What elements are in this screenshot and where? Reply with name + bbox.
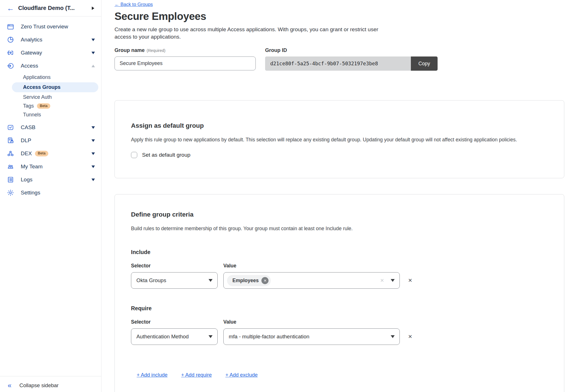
require-value-dropdown[interactable]: mfa - multiple-factor authentication [223, 328, 400, 345]
sidebar-item-label: Logs [21, 177, 32, 183]
gear-icon [7, 189, 14, 196]
sidebar: ← Cloudflare Demo (T... Zero Trust overv… [0, 0, 101, 392]
back-arrow-icon[interactable]: ← [7, 5, 14, 12]
require-heading: Require [131, 305, 548, 312]
sidebar-item-access[interactable]: Access [0, 59, 101, 72]
include-value-label: Value [223, 263, 400, 269]
criteria-card: Define group criteria Build rules to det… [115, 194, 564, 392]
sidebar-item-label: DLP [21, 137, 31, 144]
require-rule-row: Selector Value Authentication Method mfa… [131, 319, 548, 345]
document-lock-icon [7, 137, 14, 144]
require-value: mfa - multiple-factor authentication [229, 334, 309, 340]
group-id-field: Group ID d21ce80f-5a25-4bcf-9b07-5032197… [265, 47, 438, 71]
page-title: Secure Employees [115, 11, 564, 22]
chevron-down-icon [209, 335, 213, 338]
sidebar-item-label: Settings [21, 190, 40, 196]
add-exclude-link[interactable]: + Add exclude [225, 372, 258, 378]
chevron-right-icon[interactable] [92, 7, 94, 10]
group-name-field: Group name (Required) [115, 47, 256, 71]
include-selector-value: Okta Groups [136, 277, 166, 284]
sidebar-item-tunnels[interactable]: Tunnels [0, 110, 101, 119]
include-selector-dropdown[interactable]: Okta Groups [131, 272, 218, 289]
sidebar-item-label: Access [21, 63, 38, 69]
required-hint: (Required) [147, 48, 165, 53]
sidebar-item-tags[interactable]: Tags Beta [0, 102, 101, 110]
sidebar-item-access-groups[interactable]: Access Groups [12, 82, 98, 92]
chevron-down-icon [391, 279, 395, 282]
beta-badge: Beta [37, 103, 50, 109]
group-id-value: d21ce80f-5a25-4bcf-9b07-5032197e3be8 [265, 56, 411, 71]
casb-check-icon [7, 124, 14, 131]
group-name-input[interactable] [115, 56, 256, 70]
chevron-down-icon[interactable] [91, 165, 95, 168]
include-rule-row: Selector Value Okta Groups Employees ✕ ✕… [131, 263, 548, 289]
pie-chart-icon [7, 36, 14, 43]
chevron-down-icon[interactable] [91, 52, 95, 54]
sidebar-item-dex[interactable]: DEX Beta [0, 147, 101, 160]
sidebar-item-label: Applications [23, 74, 51, 80]
gateway-icon [7, 49, 14, 56]
set-default-group-checkbox[interactable] [131, 152, 137, 158]
sidebar-item-dlp[interactable]: DLP [0, 134, 101, 147]
tag-remove-icon[interactable]: ✕ [261, 277, 269, 284]
chevron-down-icon [209, 279, 213, 282]
window-icon [7, 23, 14, 30]
sidebar-item-service-auth[interactable]: Service Auth [0, 93, 101, 102]
people-icon [7, 163, 14, 170]
sidebar-item-logs[interactable]: Logs [0, 173, 101, 186]
sidebar-item-gateway[interactable]: Gateway [0, 46, 101, 59]
collapse-sidebar-button[interactable]: Collapse sidebar [19, 382, 59, 389]
include-value-multiselect[interactable]: Employees ✕ ✕ [223, 272, 400, 289]
criteria-card-title: Define group criteria [131, 211, 548, 218]
chevron-up-icon[interactable] [91, 65, 95, 67]
sidebar-item-label: DEX [21, 150, 32, 157]
remove-require-rule-button[interactable]: ✕ [408, 334, 548, 339]
sidebar-item-label: Tags [23, 103, 34, 109]
sidebar-footer: « Collapse sidebar [0, 376, 101, 392]
remove-include-rule-button[interactable]: ✕ [408, 278, 548, 283]
default-group-card: Assign as default group Apply this rule … [115, 100, 564, 178]
chevron-down-icon[interactable] [91, 179, 95, 181]
group-fields-row: Group name (Required) Group ID d21ce80f-… [115, 47, 564, 71]
add-include-link[interactable]: + Add include [137, 372, 168, 378]
set-default-group-row[interactable]: Set as default group [131, 152, 190, 158]
back-to-groups-link[interactable]: ← Back to Groups [115, 2, 153, 7]
main-content: ← Back to Groups Secure Employees Create… [101, 0, 568, 392]
sidebar-item-label: Tunnels [23, 112, 41, 118]
criteria-card-description: Build rules to determine membership of t… [131, 225, 548, 232]
include-heading: Include [131, 249, 548, 255]
account-name[interactable]: Cloudflare Demo (T... [18, 5, 75, 11]
sidebar-item-analytics[interactable]: Analytics [0, 33, 101, 46]
sidebar-item-settings[interactable]: Settings [0, 186, 101, 199]
access-sub-menu: Applications Access Groups Service Auth … [0, 73, 101, 119]
access-login-icon [7, 62, 14, 70]
sidebar-header: ← Cloudflare Demo (T... [0, 0, 101, 16]
default-group-card-description: Apply this rule group to new application… [131, 136, 548, 144]
sidebar-item-label: Access Groups [23, 84, 61, 90]
clear-values-icon[interactable]: ✕ [380, 278, 384, 284]
chevron-down-icon[interactable] [91, 139, 95, 142]
sidebar-item-my-team[interactable]: My Team [0, 160, 101, 173]
chevron-down-icon[interactable] [91, 152, 95, 155]
rule-actions-row: + Add include + Add require + Add exclud… [137, 372, 548, 378]
sidebar-item-casb[interactable]: CASB [0, 121, 101, 134]
require-value-label: Value [223, 319, 400, 325]
require-selector-dropdown[interactable]: Authentication Method [131, 328, 218, 345]
group-id-label: Group ID [265, 47, 287, 53]
sidebar-item-label: Service Auth [23, 94, 52, 100]
sidebar-item-label: CASB [21, 124, 36, 131]
collapse-chevrons-icon[interactable]: « [8, 382, 11, 389]
sidebar-nav: Zero Trust overview Analytics Gateway Ac… [0, 16, 101, 199]
add-require-link[interactable]: + Add require [181, 372, 212, 378]
require-selector-label: Selector [131, 319, 218, 325]
chevron-down-icon[interactable] [91, 126, 95, 129]
chevron-down-icon[interactable] [91, 39, 95, 41]
include-selector-label: Selector [131, 263, 218, 269]
value-tag-label: Employees [232, 278, 259, 284]
sidebar-item-zero-trust-overview[interactable]: Zero Trust overview [0, 20, 101, 33]
sidebar-item-applications[interactable]: Applications [0, 73, 101, 82]
log-list-icon [7, 176, 14, 183]
sidebar-item-label: Zero Trust overview [21, 24, 68, 30]
default-group-card-title: Assign as default group [131, 122, 548, 129]
copy-button[interactable]: Copy [411, 56, 438, 71]
